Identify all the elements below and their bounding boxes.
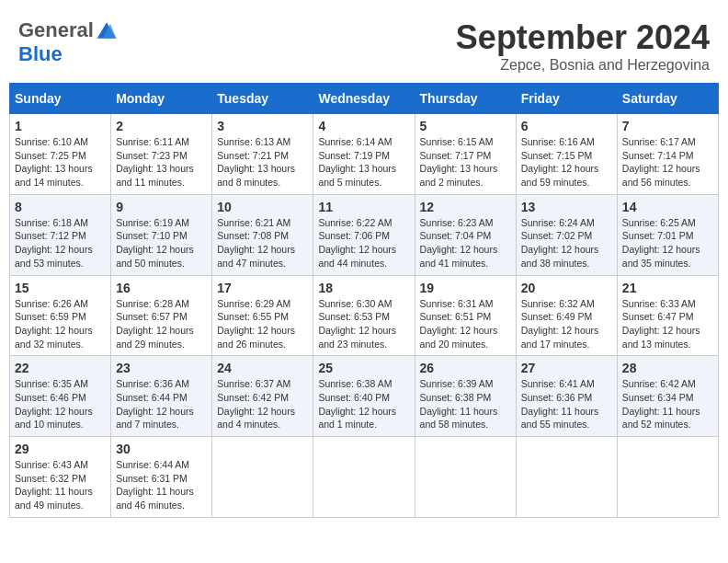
page-header: General Blue September 2024 Zepce, Bosni… xyxy=(9,9,719,78)
day-info: Sunrise: 6:31 AMSunset: 6:51 PMDaylight:… xyxy=(420,297,511,351)
day-info: Sunrise: 6:26 AMSunset: 6:59 PMDaylight:… xyxy=(15,297,106,351)
logo-blue-part: Blue xyxy=(18,42,63,66)
table-row: 2 Sunrise: 6:11 AMSunset: 7:23 PMDayligh… xyxy=(111,114,212,195)
day-info: Sunrise: 6:25 AMSunset: 7:01 PMDaylight:… xyxy=(622,216,713,270)
day-info: Sunrise: 6:11 AMSunset: 7:23 PMDaylight:… xyxy=(116,135,207,190)
day-number: 5 xyxy=(420,119,511,133)
table-row: 13 Sunrise: 6:24 AMSunset: 7:02 PMDaylig… xyxy=(516,194,617,275)
table-row: 8 Sunrise: 6:18 AMSunset: 7:12 PMDayligh… xyxy=(10,194,111,275)
table-row: 1 Sunrise: 6:10 AMSunset: 7:25 PMDayligh… xyxy=(10,114,111,195)
calendar-week-row: 22 Sunrise: 6:35 AMSunset: 6:46 PMDaylig… xyxy=(10,356,719,437)
table-row: 3 Sunrise: 6:13 AMSunset: 7:21 PMDayligh… xyxy=(212,114,313,195)
table-row: 26 Sunrise: 6:39 AMSunset: 6:38 PMDaylig… xyxy=(415,356,516,437)
day-info: Sunrise: 6:30 AMSunset: 6:53 PMDaylight:… xyxy=(318,297,409,351)
col-wednesday: Wednesday xyxy=(313,84,415,114)
day-info: Sunrise: 6:39 AMSunset: 6:38 PMDaylight:… xyxy=(420,377,511,431)
col-friday: Friday xyxy=(516,84,617,114)
col-tuesday: Tuesday xyxy=(212,84,313,114)
table-row: 30 Sunrise: 6:44 AMSunset: 6:31 PMDaylig… xyxy=(111,437,212,518)
day-number: 10 xyxy=(217,200,308,214)
table-row: 17 Sunrise: 6:29 AMSunset: 6:55 PMDaylig… xyxy=(212,275,313,356)
logo-container: General xyxy=(18,18,119,42)
day-number: 25 xyxy=(318,361,409,375)
logo: General Blue xyxy=(18,18,119,66)
calendar-week-row: 29 Sunrise: 6:43 AMSunset: 6:32 PMDaylig… xyxy=(10,437,719,518)
day-number: 21 xyxy=(622,281,713,295)
col-saturday: Saturday xyxy=(617,84,718,114)
day-number: 23 xyxy=(116,361,207,375)
table-row: 6 Sunrise: 6:16 AMSunset: 7:15 PMDayligh… xyxy=(516,114,617,195)
day-number: 20 xyxy=(521,281,612,295)
day-info: Sunrise: 6:21 AMSunset: 7:08 PMDaylight:… xyxy=(217,216,308,270)
table-row: 28 Sunrise: 6:42 AMSunset: 6:34 PMDaylig… xyxy=(617,356,718,437)
day-number: 13 xyxy=(521,200,612,214)
day-number: 18 xyxy=(318,281,409,295)
day-info: Sunrise: 6:44 AMSunset: 6:31 PMDaylight:… xyxy=(116,458,207,512)
day-number: 6 xyxy=(521,119,612,133)
logo-flag-icon xyxy=(96,20,118,40)
table-row xyxy=(617,437,718,518)
day-number: 8 xyxy=(15,200,106,214)
title-block: September 2024 Zepce, Bosnia and Herzego… xyxy=(456,18,710,74)
day-number: 4 xyxy=(318,119,409,133)
calendar-week-row: 15 Sunrise: 6:26 AMSunset: 6:59 PMDaylig… xyxy=(10,275,719,356)
col-sunday: Sunday xyxy=(10,84,111,114)
day-number: 12 xyxy=(420,200,511,214)
col-monday: Monday xyxy=(111,84,212,114)
day-number: 19 xyxy=(420,281,511,295)
col-thursday: Thursday xyxy=(415,84,516,114)
table-row: 25 Sunrise: 6:38 AMSunset: 6:40 PMDaylig… xyxy=(313,356,415,437)
table-row: 22 Sunrise: 6:35 AMSunset: 6:46 PMDaylig… xyxy=(10,356,111,437)
day-info: Sunrise: 6:38 AMSunset: 6:40 PMDaylight:… xyxy=(318,377,409,431)
location-text: Zepce, Bosnia and Herzegovina xyxy=(456,57,710,74)
day-info: Sunrise: 6:16 AMSunset: 7:15 PMDaylight:… xyxy=(521,135,612,190)
table-row: 10 Sunrise: 6:21 AMSunset: 7:08 PMDaylig… xyxy=(212,194,313,275)
table-row: 18 Sunrise: 6:30 AMSunset: 6:53 PMDaylig… xyxy=(313,275,415,356)
day-number: 16 xyxy=(116,281,207,295)
table-row: 5 Sunrise: 6:15 AMSunset: 7:17 PMDayligh… xyxy=(415,114,516,195)
day-number: 22 xyxy=(15,361,106,375)
day-info: Sunrise: 6:42 AMSunset: 6:34 PMDaylight:… xyxy=(622,377,713,431)
day-number: 3 xyxy=(217,119,308,133)
table-row: 23 Sunrise: 6:36 AMSunset: 6:44 PMDaylig… xyxy=(111,356,212,437)
table-row xyxy=(415,437,516,518)
day-info: Sunrise: 6:15 AMSunset: 7:17 PMDaylight:… xyxy=(420,135,511,190)
table-row: 7 Sunrise: 6:17 AMSunset: 7:14 PMDayligh… xyxy=(617,114,718,195)
day-info: Sunrise: 6:32 AMSunset: 6:49 PMDaylight:… xyxy=(521,297,612,351)
table-row: 4 Sunrise: 6:14 AMSunset: 7:19 PMDayligh… xyxy=(313,114,415,195)
day-number: 1 xyxy=(15,119,106,133)
day-info: Sunrise: 6:18 AMSunset: 7:12 PMDaylight:… xyxy=(15,216,106,270)
table-row: 27 Sunrise: 6:41 AMSunset: 6:36 PMDaylig… xyxy=(516,356,617,437)
table-row: 20 Sunrise: 6:32 AMSunset: 6:49 PMDaylig… xyxy=(516,275,617,356)
table-row: 11 Sunrise: 6:22 AMSunset: 7:06 PMDaylig… xyxy=(313,194,415,275)
day-info: Sunrise: 6:29 AMSunset: 6:55 PMDaylight:… xyxy=(217,297,308,351)
table-row: 12 Sunrise: 6:23 AMSunset: 7:04 PMDaylig… xyxy=(415,194,516,275)
calendar-week-row: 1 Sunrise: 6:10 AMSunset: 7:25 PMDayligh… xyxy=(10,114,719,195)
table-row: 24 Sunrise: 6:37 AMSunset: 6:42 PMDaylig… xyxy=(212,356,313,437)
calendar-table: Sunday Monday Tuesday Wednesday Thursday… xyxy=(9,83,719,518)
day-info: Sunrise: 6:41 AMSunset: 6:36 PMDaylight:… xyxy=(521,377,612,431)
day-number: 17 xyxy=(217,281,308,295)
day-info: Sunrise: 6:35 AMSunset: 6:46 PMDaylight:… xyxy=(15,377,106,431)
table-row: 9 Sunrise: 6:19 AMSunset: 7:10 PMDayligh… xyxy=(111,194,212,275)
day-info: Sunrise: 6:24 AMSunset: 7:02 PMDaylight:… xyxy=(521,216,612,270)
day-number: 27 xyxy=(521,361,612,375)
day-number: 14 xyxy=(622,200,713,214)
day-info: Sunrise: 6:36 AMSunset: 6:44 PMDaylight:… xyxy=(116,377,207,431)
table-row xyxy=(516,437,617,518)
table-row xyxy=(212,437,313,518)
day-number: 29 xyxy=(15,442,106,456)
day-info: Sunrise: 6:23 AMSunset: 7:04 PMDaylight:… xyxy=(420,216,511,270)
day-number: 2 xyxy=(116,119,207,133)
table-row: 16 Sunrise: 6:28 AMSunset: 6:57 PMDaylig… xyxy=(111,275,212,356)
day-info: Sunrise: 6:13 AMSunset: 7:21 PMDaylight:… xyxy=(217,135,308,190)
table-row: 14 Sunrise: 6:25 AMSunset: 7:01 PMDaylig… xyxy=(617,194,718,275)
day-number: 11 xyxy=(318,200,409,214)
day-info: Sunrise: 6:37 AMSunset: 6:42 PMDaylight:… xyxy=(217,377,308,431)
day-info: Sunrise: 6:19 AMSunset: 7:10 PMDaylight:… xyxy=(116,216,207,270)
day-number: 28 xyxy=(622,361,713,375)
month-title: September 2024 xyxy=(456,18,710,57)
table-row: 19 Sunrise: 6:31 AMSunset: 6:51 PMDaylig… xyxy=(415,275,516,356)
table-row xyxy=(313,437,415,518)
day-number: 7 xyxy=(622,119,713,133)
